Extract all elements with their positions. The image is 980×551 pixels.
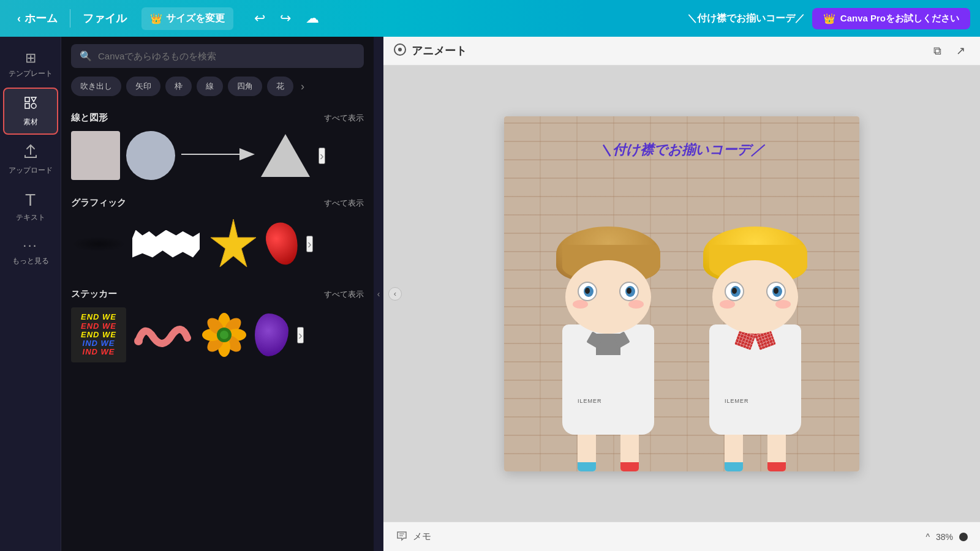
filter-tag-frame[interactable]: 枠 [165,77,192,96]
size-label: サイズを変更 [166,12,225,25]
filter-tag-arrow[interactable]: 矢印 [126,77,160,96]
home-button[interactable]: ‹ ホーム [10,7,65,29]
filter-tag-speech[interactable]: 吹き出し [71,77,121,96]
left-doll-label: ILEMER [578,398,602,404]
animate-icon [393,43,407,59]
search-bar: 🔍 [71,44,364,68]
stickers-show-all[interactable]: すべて表示 [324,289,364,300]
svg-point-5 [184,335,190,341]
shapes-row: › [71,131,364,180]
filter-tag-square[interactable]: 四角 [228,77,262,96]
cloud-save-button[interactable]: ☁ [300,7,325,30]
left-doll-body: ILEMER [562,324,654,435]
memo-label: メモ [413,531,431,542]
sticker-end-weekend[interactable]: END WE END WE END WE IND WE IND WE [71,307,126,362]
topbar-divider [70,9,70,28]
canvas-left-collapse[interactable]: ‹ [388,287,402,301]
graphics-show-all[interactable]: すべて表示 [324,198,364,209]
canvas-wrapper[interactable]: ＼付け襟でお揃いコーデ／ [383,66,980,522]
graphic-torn-paper[interactable] [132,230,200,258]
left-doll: ILEMER [544,227,673,471]
left-doll-leg-left [578,435,596,471]
canvas-overlay-text: ＼付け襟でお揃いコーデ／ [599,141,764,159]
file-button[interactable]: ファイル [75,7,134,29]
canva-pro-button[interactable]: 👑 Canva Proをお試しください [812,8,970,29]
canvas-toolbar: アニメート ⧉ ↗ [383,37,980,66]
zoom-dot[interactable] [959,533,968,541]
graphics-title: グラフィック [71,197,126,209]
left-doll-leg-right [620,435,639,471]
graphics-row: › [71,216,364,271]
filter-tags: 吹き出し 矢印 枠 線 四角 花 › [71,77,364,96]
brick-background: ＼付け襟でお揃いコーデ／ [504,116,859,471]
upload-icon [23,143,39,163]
graphic-shadow[interactable] [71,236,126,252]
topbar: ‹ ホーム ファイル 👑 サイズを変更 ↩ ↪ ☁ ＼付け襟でお揃いコーデ／ 👑… [0,0,980,37]
sticker-flower[interactable] [200,310,249,359]
svg-point-4 [134,337,143,345]
sidebar-item-label-upload: アップロード [9,165,53,176]
shapes-show-all[interactable]: すべて表示 [324,113,364,124]
graphics-more-button[interactable]: › [306,236,313,252]
right-doll-face [712,260,798,334]
right-doll-body: ILEMER [709,324,801,435]
main-layout: ⊞ テンプレート 素材 アップロード [0,37,980,551]
zoom-chevron-up[interactable]: ^ [925,532,930,542]
animate-button[interactable]: アニメート [393,43,467,59]
zoom-controls: ^ 38% [925,532,968,542]
shape-arrow[interactable] [181,145,255,166]
zoom-slider[interactable] [959,533,968,541]
topbar-left: ‹ ホーム ファイル 👑 サイズを変更 [10,7,233,30]
left-sidebar: ⊞ テンプレート 素材 アップロード [0,37,61,551]
canvas-area: アニメート ⧉ ↗ ＼付け襟でお揃いコーデ／ [383,37,980,551]
right-doll-leg-right [767,435,786,471]
memo-icon [396,530,408,544]
graphics-section-header: グラフィック すべて表示 [71,197,364,209]
pro-crown-icon: 👑 [823,13,835,24]
sticker-purple-blob[interactable] [255,313,288,356]
graphic-red-teardrop[interactable] [267,222,298,265]
undo-button[interactable]: ↩ [248,7,271,30]
doll-container: ILEMER [504,116,859,471]
shape-circle[interactable] [126,131,175,180]
share-button[interactable]: ↗ [951,42,970,60]
sidebar-item-upload[interactable]: アップロード [3,137,58,182]
shape-triangle[interactable] [261,134,310,177]
redo-button[interactable]: ↪ [274,7,297,30]
graphic-gold-star[interactable] [206,216,261,271]
elements-icon [23,95,39,114]
sticker-worm[interactable] [132,317,194,353]
copy-button[interactable]: ⧉ [929,42,946,60]
canvas-image[interactable]: ＼付け襟でお揃いコーデ／ [504,116,859,471]
home-label: ホーム [24,11,58,26]
left-doll-face [565,260,651,334]
more-icon: ··· [23,238,37,253]
sidebar-item-more[interactable]: ··· もっと見る [3,231,58,272]
memo-button[interactable]: メモ [396,530,431,544]
svg-marker-2 [239,148,255,160]
sidebar-item-label-more: もっと見る [12,256,49,266]
svg-marker-3 [211,219,256,267]
crown-icon: 👑 [150,13,162,24]
stickers-title: ステッカー [71,288,117,300]
stickers-more-button[interactable]: › [297,327,304,343]
sidebar-item-elements[interactable]: 素材 [3,88,58,135]
filter-more-button[interactable]: › [298,78,307,96]
sidebar-item-template[interactable]: ⊞ テンプレート [3,44,58,85]
sidebar-item-text[interactable]: T テキスト [3,184,58,229]
canvas-toolbar-right: ⧉ ↗ [929,42,970,60]
filter-tag-flower[interactable]: 花 [267,77,293,96]
stickers-section-header: ステッカー すべて表示 [71,288,364,300]
filter-tag-line[interactable]: 線 [197,77,223,96]
shape-square[interactable] [71,131,120,180]
panel-collapse-button[interactable]: ‹ [374,37,383,551]
collar-text[interactable]: ＼付け襟でお揃いコーデ／ [687,12,805,25]
right-doll-label: ILEMER [725,398,749,404]
topbar-actions: ↩ ↪ ☁ [248,7,325,30]
shapes-more-button[interactable]: › [318,148,325,164]
search-input[interactable] [98,51,355,61]
right-doll: ILEMER [691,227,820,471]
search-icon: 🔍 [80,50,92,62]
size-button[interactable]: 👑 サイズを変更 [141,7,233,30]
text-icon: T [25,190,36,210]
